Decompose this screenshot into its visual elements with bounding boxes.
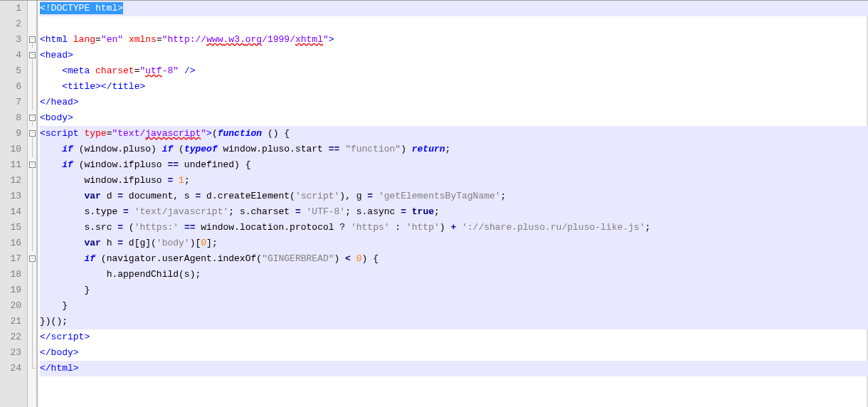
fold-cell[interactable] (28, 79, 36, 95)
code-line[interactable]: if (window.ifpluso == undefined) { (40, 157, 868, 173)
line-number: 14 (0, 204, 27, 220)
text-selection: <!DOCTYPE html> (40, 2, 123, 14)
fold-cell[interactable] (28, 361, 36, 376)
code-line[interactable]: } (40, 282, 868, 298)
fold-cell[interactable]: - (28, 126, 36, 142)
fold-cell[interactable] (28, 314, 36, 329)
fold-cell[interactable] (28, 95, 36, 110)
code-line[interactable]: } (40, 298, 868, 314)
line-number: 8 (0, 110, 27, 126)
code-line[interactable]: <body> (40, 110, 868, 126)
line-number: 23 (0, 345, 27, 361)
fold-cell[interactable] (28, 329, 36, 345)
fold-cell[interactable]: - (28, 251, 36, 267)
code-line[interactable]: <html lang="en" xmlns="http://www.w3.org… (40, 32, 868, 48)
line-number: 10 (0, 142, 27, 157)
line-number: 4 (0, 48, 27, 63)
code-line[interactable]: var h = d[g]('body')[0]; (40, 236, 868, 251)
fold-column[interactable]: ------ (27, 1, 37, 407)
fold-cell[interactable]: - (28, 157, 36, 173)
line-number: 9 (0, 126, 27, 142)
fold-cell[interactable] (28, 282, 36, 298)
code-line[interactable]: var d = document, s = d.createElement('s… (40, 189, 868, 204)
fold-cell[interactable]: - (28, 32, 36, 48)
line-number: 1 (0, 1, 27, 16)
code-line[interactable]: <meta charset="utf-8" /> (40, 63, 868, 79)
code-line[interactable]: <head> (40, 48, 868, 63)
fold-cell[interactable] (28, 16, 36, 32)
fold-cell[interactable]: - (28, 110, 36, 126)
line-number: 20 (0, 298, 27, 314)
line-number: 15 (0, 220, 27, 236)
line-number: 12 (0, 173, 27, 189)
line-number: 22 (0, 329, 27, 345)
code-line[interactable]: <title></title> (40, 79, 868, 95)
code-line[interactable]: </html> (40, 361, 868, 376)
fold-cell[interactable] (28, 189, 36, 204)
fold-cell[interactable]: - (28, 48, 36, 63)
line-number: 16 (0, 236, 27, 251)
fold-cell[interactable] (28, 1, 36, 16)
line-number: 24 (0, 361, 27, 376)
fold-cell[interactable] (28, 345, 36, 361)
code-line[interactable]: if (window.pluso) if (typeof window.plus… (40, 142, 868, 157)
fold-cell[interactable] (28, 63, 36, 79)
fold-cell[interactable] (28, 267, 36, 282)
line-number: 2 (0, 16, 27, 32)
fold-cell[interactable] (28, 220, 36, 236)
line-number: 7 (0, 95, 27, 110)
code-line[interactable]: s.type = 'text/javascript'; s.charset = … (40, 204, 868, 220)
code-line[interactable]: </script> (40, 329, 868, 345)
code-line[interactable]: </head> (40, 95, 868, 110)
fold-cell[interactable] (28, 298, 36, 314)
code-line[interactable]: h.appendChild(s); (40, 267, 868, 282)
line-number: 6 (0, 79, 27, 95)
line-number: 21 (0, 314, 27, 329)
code-line[interactable] (40, 16, 868, 32)
fold-cell[interactable] (28, 236, 36, 251)
code-line[interactable]: if (navigator.userAgent.indexOf("GINGERB… (40, 251, 868, 267)
line-number: 11 (0, 157, 27, 173)
line-number: 5 (0, 63, 27, 79)
fold-cell[interactable] (28, 173, 36, 189)
line-number: 13 (0, 189, 27, 204)
line-number-gutter: 123456789101112131415161718192021222324 (0, 1, 27, 407)
code-line[interactable]: <script type="text/javascript">(function… (40, 126, 868, 142)
line-number: 17 (0, 251, 27, 267)
code-line[interactable]: window.ifpluso = 1; (40, 173, 868, 189)
code-line[interactable]: s.src = ('https:' == window.location.pro… (40, 220, 868, 236)
line-number: 19 (0, 282, 27, 298)
fold-cell[interactable] (28, 142, 36, 157)
line-number: 3 (0, 32, 27, 48)
code-line[interactable]: })(); (40, 314, 868, 329)
line-number: 18 (0, 267, 27, 282)
code-editor[interactable]: 123456789101112131415161718192021222324 … (0, 1, 868, 407)
fold-cell[interactable] (28, 204, 36, 220)
code-line[interactable]: </body> (40, 345, 868, 361)
code-area[interactable]: <!DOCTYPE html><html lang="en" xmlns="ht… (37, 1, 868, 407)
code-line[interactable]: <!DOCTYPE html> (40, 1, 868, 16)
